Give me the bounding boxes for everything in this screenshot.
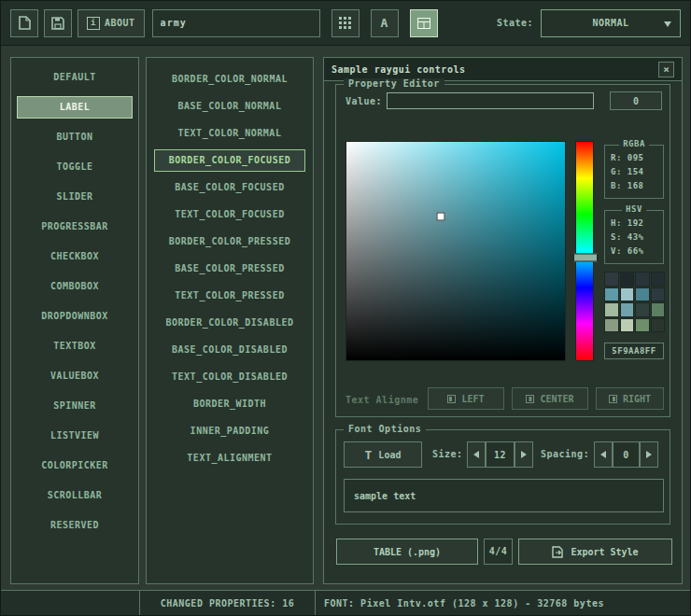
font-load-label: Load (378, 450, 401, 460)
spacing-value[interactable]: 0 (613, 441, 640, 468)
property-item-text_color_disabled[interactable]: TEXT_COLOR_DISABLED (154, 366, 305, 388)
rguistyler-app: i ABOUT A State: NORMAL DEFAUL (0, 0, 691, 616)
export-style-button[interactable]: Export Style (518, 539, 672, 565)
style-table-view-button[interactable] (410, 9, 438, 37)
palette-swatch[interactable] (651, 302, 666, 317)
property-item-border_color_disabled[interactable]: BORDER_COLOR_DISABLED (154, 312, 305, 334)
control-item-slider[interactable]: SLIDER (17, 186, 133, 208)
control-item-toggle[interactable]: TOGGLE (17, 156, 133, 178)
palette-swatch[interactable] (620, 302, 635, 317)
palette-swatch[interactable] (604, 318, 619, 333)
rgba-group: RGBA R: 095 G: 154 B: 168 (604, 145, 664, 199)
property-item-border_color_focused[interactable]: BORDER_COLOR_FOCUSED (154, 149, 305, 172)
style-name-input[interactable] (152, 9, 320, 37)
value-button[interactable]: 0 (610, 91, 662, 110)
palette-swatch[interactable] (620, 272, 635, 287)
control-item-progressbar[interactable]: PROGRESSBAR (17, 216, 133, 238)
hsv-group-label: HSV (622, 204, 646, 214)
control-item-colorpicker[interactable]: COLORPICKER (17, 455, 133, 477)
grid-view-button[interactable] (331, 9, 360, 37)
control-item-button[interactable]: BUTTON (17, 126, 133, 148)
property-editor-group: Property Editor Value: 0 RGBA R: 095 G: … (335, 84, 670, 417)
control-item-scrollbar[interactable]: SCROLLBAR (17, 484, 133, 507)
property-item-text_color_pressed[interactable]: TEXT_COLOR_PRESSED (154, 285, 305, 307)
palette-swatch[interactable] (651, 272, 666, 287)
align-left-button[interactable]: LEFT (428, 387, 504, 410)
control-item-label[interactable]: LABEL (17, 96, 133, 119)
palette-swatch[interactable] (620, 287, 635, 302)
about-button[interactable]: i ABOUT (78, 9, 145, 37)
close-button[interactable]: × (658, 62, 674, 77)
colorpicker-hue-bar[interactable] (575, 141, 594, 361)
property-item-text_alignment[interactable]: TEXT_ALIGNMENT (154, 447, 305, 469)
arrow-right-icon (521, 451, 527, 458)
spacing-decrease-button[interactable] (594, 441, 613, 468)
properties-list[interactable]: BORDER_COLOR_NORMALBASE_COLOR_NORMALTEXT… (146, 57, 314, 584)
property-item-base_color_pressed[interactable]: BASE_COLOR_PRESSED (154, 258, 305, 280)
save-icon (51, 17, 64, 30)
palette-swatch[interactable] (651, 287, 666, 302)
property-item-base_color_focused[interactable]: BASE_COLOR_FOCUSED (154, 176, 305, 199)
control-item-textbox[interactable]: TEXTBOX (17, 335, 133, 357)
palette-swatch[interactable] (635, 318, 650, 333)
new-style-button[interactable] (10, 9, 38, 37)
arrow-left-icon (473, 451, 479, 458)
font-options-group-label: Font Options (344, 424, 426, 434)
palette-swatch[interactable] (635, 287, 650, 302)
sample-text-input[interactable] (344, 479, 664, 512)
size-value[interactable]: 12 (486, 441, 515, 468)
hex-value-box[interactable]: 5F9AA8FF (604, 343, 664, 359)
align-center-button[interactable]: CENTER (512, 387, 588, 410)
state-dropdown[interactable]: NORMAL (541, 9, 681, 37)
control-item-dropdownbox[interactable]: DROPDOWNBOX (17, 305, 133, 328)
page-indicator[interactable]: 4/4 (484, 539, 513, 565)
control-item-reserved[interactable]: RESERVED (17, 514, 133, 537)
palette-swatch[interactable] (635, 302, 650, 317)
palette-swatch[interactable] (620, 318, 635, 333)
font-options-group: Font Options T Load Size: 12 Spacing: 0 (335, 429, 670, 525)
property-item-base_color_disabled[interactable]: BASE_COLOR_DISABLED (154, 339, 305, 361)
style-table-icon (417, 18, 430, 29)
colorpicker-cursor[interactable] (436, 212, 444, 220)
font-view-button[interactable]: A (371, 9, 399, 37)
save-style-button[interactable] (44, 9, 72, 37)
color-palette (604, 272, 665, 332)
palette-swatch[interactable] (651, 318, 666, 333)
size-decrease-button[interactable] (467, 441, 486, 468)
hue-slider-handle[interactable] (573, 254, 598, 262)
palette-swatch[interactable] (635, 272, 650, 287)
new-file-icon (19, 16, 31, 30)
control-item-checkbox[interactable]: CHECKBOX (17, 245, 133, 268)
palette-swatch[interactable] (604, 272, 619, 287)
window-title: Sample raygui controls (331, 64, 465, 75)
align-right-button[interactable]: RIGHT (596, 387, 664, 410)
control-item-spinner[interactable]: SPINNER (17, 395, 133, 417)
property-item-text_color_normal[interactable]: TEXT_COLOR_NORMAL (154, 122, 305, 145)
property-item-border_width[interactable]: BORDER_WIDTH (154, 393, 305, 415)
font-load-button[interactable]: T Load (344, 441, 422, 468)
spacing-label: Spacing: (541, 449, 589, 459)
property-item-border_color_pressed[interactable]: BORDER_COLOR_PRESSED (154, 231, 305, 253)
control-item-valuebox[interactable]: VALUEBOX (17, 365, 133, 387)
property-item-border_color_normal[interactable]: BORDER_COLOR_NORMAL (154, 68, 305, 91)
export-style-label: Export Style (571, 547, 638, 557)
property-item-inner_padding[interactable]: INNER_PADDING (154, 420, 305, 442)
controls-list[interactable]: DEFAULTLABELBUTTONTOGGLESLIDERPROGRESSBA… (10, 57, 139, 584)
control-item-default[interactable]: DEFAULT (17, 66, 133, 89)
rgba-group-label: RGBA (619, 139, 649, 148)
palette-swatch[interactable] (604, 287, 619, 302)
spacing-increase-button[interactable] (640, 441, 658, 468)
control-item-combobox[interactable]: COMBOBOX (17, 275, 133, 298)
palette-swatch[interactable] (604, 302, 619, 317)
status-cell-empty (1, 591, 139, 615)
property-item-base_color_normal[interactable]: BASE_COLOR_NORMAL (154, 95, 305, 118)
arrow-left-icon (600, 451, 606, 458)
export-table-button[interactable]: TABLE (.png) (336, 539, 478, 565)
control-item-listview[interactable]: LISTVIEW (17, 425, 133, 447)
info-icon: i (87, 17, 100, 30)
property-item-text_color_focused[interactable]: TEXT_COLOR_FOCUSED (154, 203, 305, 226)
align-center-label: CENTER (540, 394, 573, 404)
size-increase-button[interactable] (515, 441, 533, 468)
colorpicker-saturation-square[interactable] (346, 141, 566, 361)
value-input[interactable] (387, 92, 594, 109)
